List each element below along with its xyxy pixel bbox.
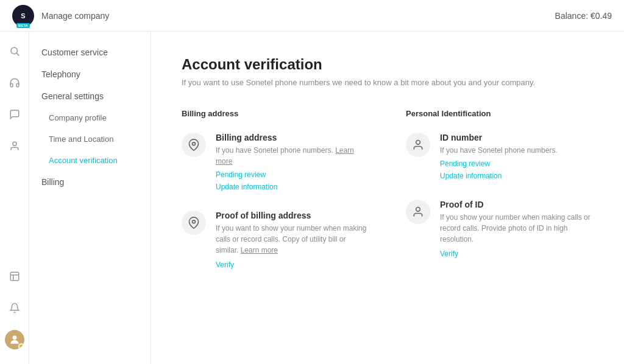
proof-billing-learn-more[interactable]: Learn more — [241, 246, 278, 254]
chat-icon-btn[interactable] — [5, 105, 24, 124]
proof-id-title: Proof of ID — [440, 200, 594, 209]
proof-id-desc: If you show your number when making call… — [440, 212, 594, 245]
proof-billing-card: Proof of billing address If you want to … — [182, 211, 369, 269]
bell-icon-btn[interactable] — [5, 298, 24, 318]
billing-address-learn-more[interactable]: Learn more — [216, 146, 354, 166]
id-section: Personal Identification ID number If you… — [406, 109, 594, 289]
topbar-balance: Balance: €0.49 — [555, 11, 612, 21]
proof-id-card: Proof of ID If you show your number when… — [406, 200, 594, 258]
nav-item-company-profile[interactable]: Company profile — [29, 107, 151, 128]
id-number-card: ID number If you have Sonetel phone numb… — [406, 133, 594, 180]
svg-point-2 — [13, 142, 16, 145]
svg-point-10 — [416, 208, 420, 212]
main-content: Account verification If you want to use … — [151, 32, 624, 364]
proof-id-action[interactable]: Verify — [440, 250, 458, 258]
sections-row: Billing address Billing address If you h… — [182, 109, 594, 289]
id-number-body: ID number If you have Sonetel phone numb… — [440, 133, 594, 180]
id-number-icon — [406, 133, 430, 157]
proof-billing-action[interactable]: Verify — [216, 261, 234, 269]
topbar: S BETA Manage company Balance: €0.49 — [0, 0, 624, 32]
proof-id-icon — [406, 200, 430, 224]
billing-section: Billing address Billing address If you h… — [182, 109, 369, 289]
svg-line-1 — [16, 53, 19, 55]
person-icon-btn[interactable] — [5, 136, 24, 156]
svg-point-9 — [416, 141, 420, 145]
proof-billing-body: Proof of billing address If you want to … — [216, 211, 369, 269]
nav-item-billing[interactable]: Billing — [29, 171, 151, 193]
nav-item-time-location[interactable]: Time and Location — [29, 128, 151, 150]
billing-address-icon — [182, 133, 206, 157]
id-number-title: ID number — [440, 133, 594, 142]
layout: Customer service Telephony General setti… — [0, 32, 624, 364]
billing-address-status: Pending review — [216, 170, 369, 179]
avatar-status-dot — [18, 343, 24, 349]
id-number-action[interactable]: Update information — [440, 172, 502, 180]
proof-billing-title: Proof of billing address — [216, 211, 369, 220]
page-title: Account verification — [182, 56, 594, 73]
nav-sidebar: Customer service Telephony General setti… — [29, 32, 151, 364]
logo-text: S — [21, 12, 25, 19]
id-section-heading: Personal Identification — [406, 109, 594, 118]
icon-sidebar-bottom — [5, 267, 24, 354]
logo-beta: BETA — [16, 23, 30, 28]
balance-label: Balance: — [555, 11, 588, 21]
proof-billing-icon — [182, 211, 206, 235]
search-icon-btn[interactable] — [5, 41, 24, 61]
svg-point-0 — [11, 47, 18, 54]
balance-value: €0.49 — [590, 11, 612, 21]
proof-id-body: Proof of ID If you show your number when… — [440, 200, 594, 258]
icon-sidebar — [0, 32, 29, 364]
nav-item-general-settings[interactable]: General settings — [29, 85, 151, 107]
billing-address-body: Billing address If you have Sonetel phon… — [216, 133, 369, 191]
svg-point-6 — [12, 335, 16, 340]
svg-point-8 — [193, 220, 196, 223]
headset-icon-btn[interactable] — [5, 73, 24, 93]
nav-item-telephony[interactable]: Telephony — [29, 63, 151, 85]
billing-address-desc: If you have Sonetel phone numbers. Learn… — [216, 145, 369, 167]
topbar-left: S BETA Manage company — [12, 5, 109, 27]
report-icon-btn[interactable] — [5, 267, 24, 286]
nav-item-customer-service[interactable]: Customer service — [29, 41, 151, 63]
svg-point-7 — [193, 142, 196, 145]
topbar-title: Manage company — [41, 11, 109, 21]
svg-rect-3 — [10, 272, 19, 281]
id-number-status: Pending review — [440, 159, 594, 168]
billing-address-card: Billing address If you have Sonetel phon… — [182, 133, 369, 191]
id-number-desc: If you have Sonetel phone numbers. — [440, 145, 594, 156]
avatar[interactable] — [5, 330, 24, 349]
page-subtitle: If you want to use Sonetel phone numbers… — [182, 78, 594, 87]
nav-item-account-verification[interactable]: Account verification — [29, 150, 151, 171]
logo: S BETA — [12, 5, 34, 27]
billing-section-heading: Billing address — [182, 109, 369, 118]
proof-billing-desc: If you want to show your number when mak… — [216, 223, 369, 256]
billing-address-title: Billing address — [216, 133, 369, 142]
billing-address-action[interactable]: Update information — [216, 183, 277, 191]
